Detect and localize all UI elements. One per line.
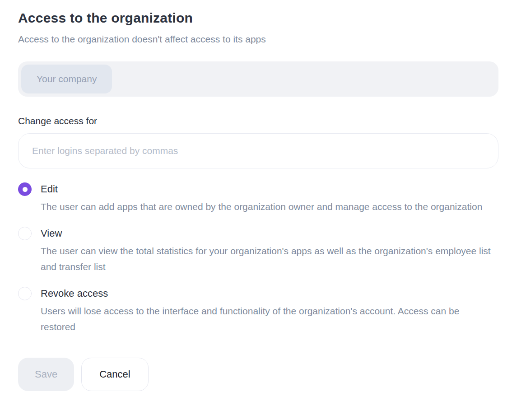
radio-revoke-icon[interactable]	[18, 287, 32, 300]
access-option-view[interactable]: View The user can view the total statist…	[18, 227, 498, 275]
access-level-radio-group: Edit The user can add apps that are owne…	[18, 182, 498, 335]
radio-view-icon[interactable]	[18, 227, 32, 240]
org-tab-your-company[interactable]: Your company	[21, 65, 112, 93]
access-option-edit-body: Edit The user can add apps that are owne…	[41, 182, 482, 215]
access-option-edit-description: The user can add apps that are owned by …	[41, 199, 482, 215]
cancel-button[interactable]: Cancel	[81, 358, 148, 391]
access-option-edit-label[interactable]: Edit	[41, 182, 482, 196]
form-actions: Save Cancel	[18, 358, 498, 391]
access-settings-page: Access to the organization Access to the…	[0, 0, 512, 391]
access-option-revoke[interactable]: Revoke access Users will lose access to …	[18, 287, 498, 335]
access-option-edit[interactable]: Edit The user can add apps that are owne…	[18, 182, 498, 215]
access-option-revoke-description: Users will lose access to the interface …	[41, 303, 492, 335]
access-option-view-label[interactable]: View	[41, 227, 492, 240]
logins-input[interactable]	[18, 133, 498, 168]
access-option-revoke-body: Revoke access Users will lose access to …	[41, 287, 492, 335]
access-option-revoke-label[interactable]: Revoke access	[41, 287, 492, 300]
access-option-view-body: View The user can view the total statist…	[41, 227, 492, 275]
access-option-view-description: The user can view the total statistics f…	[41, 243, 492, 275]
page-title: Access to the organization	[18, 10, 498, 26]
change-access-label: Change access for	[18, 115, 498, 126]
radio-edit-icon[interactable]	[18, 182, 32, 196]
organization-tabs: Your company	[18, 61, 498, 97]
save-button[interactable]: Save	[18, 358, 74, 391]
page-subtitle: Access to the organization doesn't affec…	[18, 33, 498, 45]
